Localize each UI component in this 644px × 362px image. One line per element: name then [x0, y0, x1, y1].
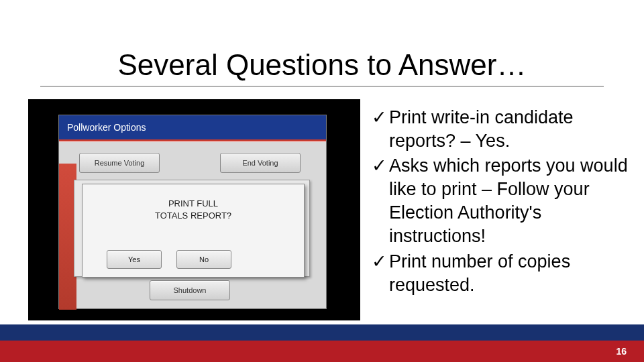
bullet-text: Asks which reports you would like to pri…: [389, 154, 631, 248]
window-title-text: Pollworker Options: [67, 122, 146, 133]
checkmark-icon: ✓: [372, 154, 389, 248]
dialog-line1: PRINT FULL: [168, 198, 218, 208]
resume-voting-button[interactable]: Resume Voting: [79, 153, 160, 173]
bullet-text: Print write-in candidate reports? – Yes.: [389, 106, 631, 153]
shutdown-label: Shutdown: [174, 286, 207, 294]
window-accent-stripe: [59, 139, 326, 142]
print-report-dialog: PRINT FULL TOTALS REPORT? Yes No: [82, 184, 305, 278]
bullet-text: Print number of copies requested.: [389, 250, 631, 297]
dialog-prompt: PRINT FULL TOTALS REPORT?: [155, 198, 231, 221]
pollworker-screenshot: Pollworker Options Resume Voting End Vot…: [28, 99, 360, 320]
end-voting-button[interactable]: End Voting: [220, 153, 301, 173]
shutdown-button[interactable]: Shutdown: [150, 280, 230, 300]
dialog-no-button[interactable]: No: [176, 250, 231, 269]
checkmark-icon: ✓: [372, 250, 389, 297]
dialog-yes-label: Yes: [128, 255, 140, 263]
list-item: ✓ Asks which reports you would like to p…: [372, 154, 631, 248]
page-number: 16: [616, 346, 627, 357]
footer-stripe-red: [0, 341, 644, 362]
end-voting-label: End Voting: [242, 159, 278, 167]
dialog-line2: TOTALS REPORT?: [155, 210, 231, 221]
resume-voting-label: Resume Voting: [95, 159, 145, 167]
footer-stripe-blue: [0, 324, 644, 341]
checkmark-icon: ✓: [372, 106, 389, 153]
dialog-yes-button[interactable]: Yes: [107, 250, 162, 269]
bullet-list: ✓ Print write-in candidate reports? – Ye…: [372, 106, 631, 298]
title-underline: [40, 86, 604, 86]
window-titlebar: Pollworker Options: [59, 115, 326, 139]
dialog-no-label: No: [199, 255, 209, 263]
slide: Several Questions to Answer… Pollworker …: [0, 0, 644, 362]
pollworker-window: Pollworker Options Resume Voting End Vot…: [58, 115, 327, 309]
list-item: ✓ Print number of copies requested.: [372, 250, 631, 297]
slide-title: Several Questions to Answer…: [0, 48, 644, 82]
list-item: ✓ Print write-in candidate reports? – Ye…: [372, 106, 631, 153]
